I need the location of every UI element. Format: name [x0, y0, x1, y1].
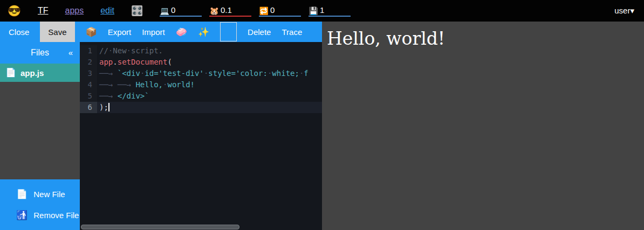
cpu-metric-value: 0 — [171, 5, 175, 15]
token: . — [113, 58, 117, 66]
code-line-4: 4──→ ──→ Hello,·world! — [80, 79, 322, 90]
repeat-icon: 🔁 — [259, 7, 268, 15]
floppy-icon: 💾 — [309, 7, 318, 15]
export-button[interactable]: Export — [108, 27, 131, 37]
code-editor[interactable]: 1//·New·script.2app.setDocument(3──→ `<d… — [80, 42, 322, 230]
memory-metric: 🐹0.1 — [209, 5, 251, 17]
sync-metric: 🔁0 — [259, 5, 301, 17]
package-icon-button[interactable]: 📦 — [86, 27, 97, 37]
tf-home-link[interactable]: TF — [38, 6, 49, 16]
blank-button[interactable] — [220, 22, 237, 41]
token: setDocument — [118, 58, 168, 66]
code-content-3[interactable]: ──→ `<div·id='test-div'·style='color:·wh… — [97, 68, 322, 79]
new-file-button-label: New File — [33, 190, 65, 199]
token: · — [127, 46, 131, 55]
sunglasses-face-icon: 😎 — [8, 5, 21, 16]
token: ──→ — [99, 69, 118, 78]
sidebar-actions: 📄New File🚮Remove File — [0, 179, 80, 230]
code-line-2: 2app.setDocument( — [80, 57, 322, 68]
token: style='color: — [208, 69, 268, 78]
token: ──→ — [99, 92, 118, 100]
code-line-3: 3──→ `<div·id='test-div'·style='color:·w… — [80, 68, 322, 79]
editor-toolbar: CloseSave📦ExportImport🧼✨DeleteTrace — [0, 22, 322, 42]
control-knobs-icon: 🎛️ — [131, 6, 143, 16]
code-content-1[interactable]: //·New·script. — [97, 45, 322, 57]
save-button[interactable]: Save — [40, 22, 74, 42]
storage-metric-value: 1 — [320, 5, 324, 15]
remove-file-button[interactable]: 🚮Remove File — [0, 205, 80, 226]
cpu-metric: 💻0 — [160, 5, 202, 17]
token: white; — [272, 69, 299, 78]
new-file-button[interactable]: 📄New File — [0, 184, 80, 205]
sync-metric-value: 0 — [270, 5, 275, 15]
soap-icon-button[interactable]: 🧼 — [176, 27, 187, 37]
line-number-5: 5 — [80, 90, 97, 102]
storage-metric: 💾1 — [309, 5, 351, 17]
token: script. — [131, 46, 163, 55]
token: New — [113, 46, 126, 55]
hamster-icon: 🐹 — [209, 7, 218, 15]
collapse-sidebar-button[interactable]: « — [68, 48, 73, 57]
token: f — [304, 69, 308, 78]
document-icon: 📄 — [5, 68, 16, 77]
preview-hello-text: Hello, world! — [327, 28, 644, 49]
token: app — [99, 58, 113, 66]
line-number-4: 4 — [80, 79, 97, 90]
token: Hello, — [135, 80, 163, 89]
remove-file-button-icon: 🚮 — [16, 211, 28, 220]
code-line-1: 1//·New·script. — [80, 45, 322, 57]
new-file-button-icon: 📄 — [16, 190, 28, 199]
top-links: TFappsedit — [38, 6, 114, 16]
token: ( — [167, 58, 172, 66]
laptop-icon: 💻 — [160, 7, 169, 15]
token: ──→ — [118, 80, 136, 89]
code-lines: 1//·New·script.2app.setDocument(3──→ `<d… — [80, 42, 322, 113]
line-number-6: 6 — [80, 102, 97, 113]
text-cursor — [108, 103, 109, 111]
import-button[interactable]: Import — [142, 27, 165, 37]
edit-link[interactable]: edit — [100, 6, 114, 16]
file-list: 📄app.js — [0, 64, 80, 82]
line-number-2: 2 — [80, 57, 97, 68]
user-menu-dropdown[interactable]: user▾ — [614, 6, 634, 16]
sidebar-filler — [0, 82, 80, 179]
token: `<div — [118, 69, 140, 78]
metrics-group: 💻0🐹0.1🔁0💾1 — [160, 5, 351, 17]
code-content-2[interactable]: app.setDocument( — [97, 57, 322, 68]
token: id='test-div' — [145, 69, 204, 78]
token: world! — [167, 80, 195, 89]
code-line-5: 5──→ </div>` — [80, 90, 322, 102]
code-content-4[interactable]: ──→ ──→ Hello,·world! — [97, 79, 322, 90]
code-line-6: 6); — [80, 102, 322, 113]
remove-file-button-label: Remove File — [33, 211, 79, 220]
code-content-5[interactable]: ──→ </div>` — [97, 90, 322, 102]
horizontal-scrollbar-thumb[interactable] — [81, 225, 239, 229]
files-title: Files — [31, 48, 49, 58]
line-number-1: 1 — [80, 45, 97, 57]
memory-metric-value: 0.1 — [221, 5, 232, 15]
close-button[interactable]: Close — [9, 27, 29, 37]
top-bar: 😎 TFappsedit 🎛️ 💻0🐹0.1🔁0💾1 user▾ — [0, 0, 644, 22]
file-item-appjs[interactable]: 📄app.js — [0, 64, 80, 82]
line-number-3: 3 — [80, 68, 97, 79]
token: ); — [99, 103, 108, 111]
token: // — [99, 46, 108, 55]
files-header: Files « — [0, 42, 80, 64]
file-item-appjs-label: app.js — [20, 68, 44, 78]
token: ──→ — [99, 80, 118, 89]
token: </div>` — [118, 92, 149, 100]
files-sidebar: Files « 📄app.js 📄New File🚮Remove File — [0, 42, 80, 230]
apps-link[interactable]: apps — [65, 6, 84, 16]
app-preview-panel: Hello, world! — [322, 22, 644, 230]
trace-button[interactable]: Trace — [282, 27, 302, 37]
sparkles-icon-button[interactable]: ✨ — [198, 27, 209, 37]
top-bar-left: 😎 TFappsedit 🎛️ 💻0🐹0.1🔁0💾1 — [8, 5, 351, 17]
code-content-6[interactable]: ); — [97, 102, 322, 113]
delete-button[interactable]: Delete — [248, 27, 271, 37]
